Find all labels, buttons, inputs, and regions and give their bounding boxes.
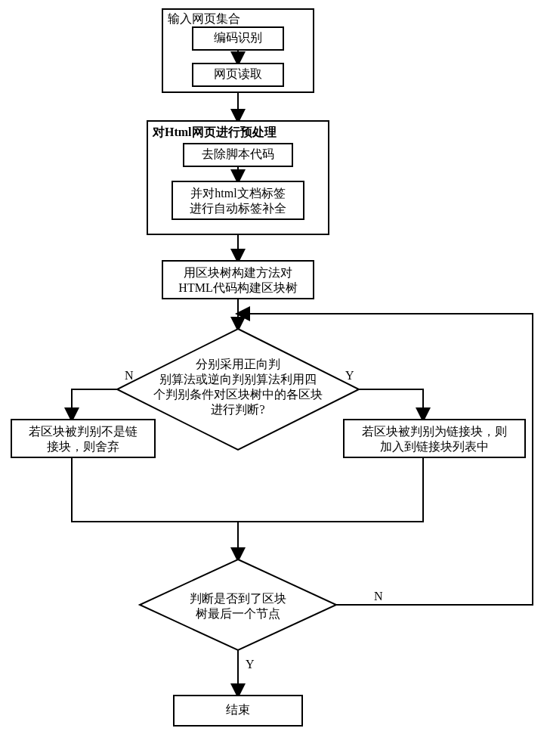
d1-no-label: N [125,369,134,382]
stage2-step2-l2: 进行自动标签补全 [190,202,286,215]
merge-right [238,457,423,522]
branch-n-l2: 接块，则舍弃 [47,440,119,453]
branch-n-l1: 若区块被判别不是链 [29,425,138,438]
stage3-l2: HTML代码构建区块树 [178,281,297,294]
d1-yes-label: Y [345,369,354,382]
flowchart: 输入网页集合 编码识别 网页读取 对Html网页进行预处理 去除脚本代码 并对h… [0,0,547,756]
stage3-l1: 用区块树构建方法对 [184,266,292,279]
branch-y-l2: 加入到链接块列表中 [380,440,489,453]
d2-no-label: N [374,590,383,603]
stage1-title: 输入网页集合 [168,12,240,25]
stage1-step1-label: 编码识别 [214,31,262,44]
decision1-l4: 进行判断? [211,403,264,416]
stage2-step2-l1: 并对html文档标签 [190,187,285,200]
decision2-l1: 判断是否到了区块 [190,592,286,605]
d2-yes-label: Y [246,658,255,671]
end-label: 结束 [226,703,250,716]
arrow-d1-n [72,389,117,420]
stage2-title: 对Html网页进行预处理 [152,125,277,138]
arrow-d1-y [359,389,423,420]
stage2-step1-label: 去除脚本代码 [202,147,274,160]
decision1-l2: 别算法或逆向判别算法利用四 [159,373,317,386]
decision2 [140,559,336,650]
branch-y-l1: 若区块被判别为链接块，则 [362,425,507,438]
decision2-l2: 树最后一个节点 [196,607,280,620]
decision1-l1: 分别采用正向判 [196,358,280,370]
merge-left [72,457,238,522]
decision1-l3: 个判别条件对区块树中的各区块 [153,388,323,401]
stage1-step2-label: 网页读取 [214,67,262,80]
